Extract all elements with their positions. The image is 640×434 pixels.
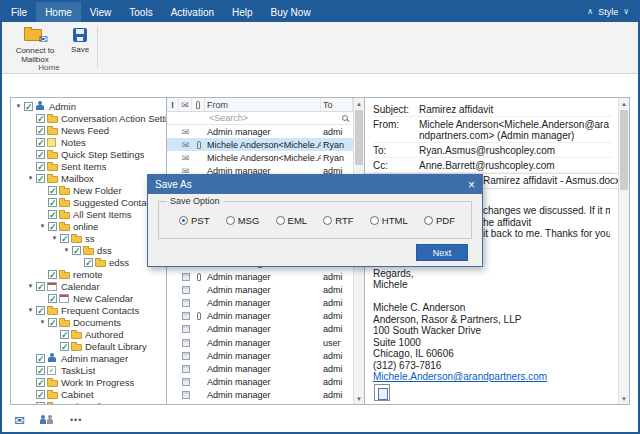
folder-checkbox[interactable]: ✓ — [48, 210, 57, 219]
format-option-html[interactable]: HTML — [370, 215, 408, 226]
collapse-toggle-icon[interactable]: ▼ — [62, 247, 71, 253]
folder-checkbox[interactable]: ✓ — [36, 378, 45, 387]
priority-column-header[interactable]: ! — [167, 98, 179, 111]
collapse-toggle-icon[interactable]: ▼ — [50, 235, 59, 241]
collapse-toggle-icon[interactable]: ▼ — [26, 175, 35, 181]
tree-item[interactable]: ✓Junk Mail — [11, 400, 166, 404]
collapse-ribbon-icon[interactable]: ∧ — [587, 8, 593, 16]
tree-item[interactable]: ✓TaskList — [11, 364, 166, 376]
folder-checkbox[interactable]: ✓ — [60, 234, 69, 243]
folder-checkbox[interactable]: ✓ — [48, 294, 57, 303]
folder-checkbox[interactable]: ✓ — [48, 198, 57, 207]
next-button[interactable]: Next — [416, 244, 468, 261]
folder-checkbox[interactable]: ✓ — [36, 390, 45, 399]
menu-tab-home[interactable]: Home — [36, 2, 81, 22]
menu-tab-activation[interactable]: Activation — [162, 2, 223, 22]
folder-checkbox[interactable]: ✓ — [48, 318, 57, 327]
from-column-header[interactable]: From — [205, 98, 321, 111]
folder-checkbox[interactable]: ✓ — [60, 330, 69, 339]
collapse-toggle-icon[interactable]: ▼ — [14, 103, 23, 109]
tree-item[interactable]: ✓New Calendar — [11, 292, 166, 304]
folder-checkbox[interactable]: ✓ — [36, 150, 45, 159]
collapse-toggle-icon[interactable]: ▼ — [26, 307, 35, 313]
preview-scrollbar[interactable]: ▲ ▼ — [618, 98, 629, 404]
folder-checkbox[interactable]: ✓ — [36, 282, 45, 291]
tree-item[interactable]: ✓Cabinet — [11, 388, 166, 400]
folder-checkbox[interactable]: ✓ — [48, 222, 57, 231]
folder-checkbox[interactable]: ✓ — [36, 126, 45, 135]
attachment-doc-icon[interactable] — [374, 384, 390, 401]
format-option-msg[interactable]: MSG — [226, 215, 260, 226]
folder-checkbox[interactable]: ✓ — [48, 186, 57, 195]
tree-item[interactable]: ▼✓Frequent Contacts — [11, 304, 166, 316]
scroll-up-icon[interactable]: ▲ — [619, 98, 629, 109]
format-option-pdf[interactable]: PDF — [424, 215, 455, 226]
message-row[interactable]: ✉Michele Anderson<Michele.An...Ryan — [167, 138, 353, 151]
tree-item[interactable]: ✓News Feed — [11, 124, 166, 136]
close-icon[interactable]: × — [468, 179, 475, 191]
tree-item[interactable]: ✓All Sent Items — [11, 208, 166, 220]
tree-item[interactable]: ▼✓online — [11, 220, 166, 232]
message-row[interactable]: Admin manageradmi — [167, 296, 353, 309]
style-control[interactable]: ∧ Style ∨ — [587, 2, 638, 22]
format-option-rtf[interactable]: RTF — [323, 215, 353, 226]
message-row[interactable]: Admin manageradmi — [167, 376, 353, 389]
attachment-column-header[interactable] — [192, 98, 205, 111]
icon-column-header[interactable]: ✉ — [179, 98, 192, 111]
folder-checkbox[interactable]: ✓ — [36, 306, 45, 315]
search-icon[interactable] — [342, 115, 348, 121]
folder-checkbox[interactable]: ✓ — [36, 366, 45, 375]
message-row[interactable]: Admin manageradmi — [167, 270, 353, 283]
tree-item[interactable]: ✓Work In Progress — [11, 376, 166, 388]
message-row[interactable]: Admin manageradmi — [167, 283, 353, 296]
message-row[interactable]: ✉Admin manageradmi — [167, 125, 353, 138]
menu-tab-tools[interactable]: Tools — [120, 2, 161, 22]
tree-item[interactable]: ✓Suggested Contacts — [11, 196, 166, 208]
menu-tab-help[interactable]: Help — [223, 2, 262, 22]
menu-tab-file[interactable]: File — [2, 2, 36, 22]
save-button[interactable]: Save — [64, 25, 96, 54]
tree-item[interactable]: ✓edss — [11, 256, 166, 268]
folder-checkbox[interactable]: ✓ — [24, 102, 33, 111]
collapse-toggle-icon[interactable]: ▼ — [38, 223, 47, 229]
tree-item[interactable]: ✓Quick Step Settings — [11, 148, 166, 160]
folder-checkbox[interactable]: ✓ — [36, 138, 45, 147]
scroll-down-icon[interactable]: ▼ — [354, 393, 364, 404]
dialog-titlebar[interactable]: Save As × — [148, 175, 482, 194]
message-row[interactable]: Admin manageradmi — [167, 362, 353, 375]
message-row[interactable]: Admin manageruser — [167, 336, 353, 349]
tree-item[interactable]: ▼✓ss — [11, 232, 166, 244]
folder-checkbox[interactable]: ✓ — [36, 114, 45, 123]
message-row[interactable]: Admin manageradmi — [167, 323, 353, 336]
format-option-eml[interactable]: EML — [276, 215, 308, 226]
message-row[interactable]: Admin manageradmi — [167, 389, 353, 402]
collapse-toggle-icon[interactable]: ▼ — [38, 319, 47, 325]
style-dropdown-icon[interactable]: ∨ — [623, 8, 629, 16]
connect-to-mailbox-button[interactable]: ✉ Connect to Mailbox — [8, 25, 62, 64]
tree-item[interactable]: ▼✓Admin — [11, 100, 166, 112]
folder-checkbox[interactable]: ✓ — [60, 342, 69, 351]
scroll-down-icon[interactable]: ▼ — [619, 393, 629, 404]
scrollbar-thumb[interactable] — [355, 110, 363, 165]
scroll-up-icon[interactable]: ▲ — [354, 98, 364, 109]
folder-checkbox[interactable]: ✓ — [48, 270, 57, 279]
tree-item[interactable]: ✓Notes — [11, 136, 166, 148]
scrollbar-thumb[interactable] — [620, 110, 628, 190]
message-row[interactable]: Admin manageradmi — [167, 349, 353, 362]
search-input[interactable]: <Search> — [205, 113, 353, 123]
tree-item[interactable]: ✓Default Library — [11, 340, 166, 352]
more-status-icon[interactable]: ••• — [70, 415, 82, 425]
folder-checkbox[interactable]: ✓ — [36, 162, 45, 171]
style-label[interactable]: Style — [598, 7, 618, 17]
menu-tab-view[interactable]: View — [81, 2, 121, 22]
tree-item[interactable]: ✓Admin manager — [11, 352, 166, 364]
search-row[interactable]: <Search> — [167, 112, 353, 125]
tree-item[interactable]: ▼✓Calendar — [11, 280, 166, 292]
tree-item[interactable]: ▼✓dss — [11, 244, 166, 256]
email-link[interactable]: Michele.Anderson@arandpartners.com — [373, 371, 547, 382]
tree-item[interactable]: ✓Authored — [11, 328, 166, 340]
mail-status-icon[interactable]: ✉ — [14, 414, 25, 427]
folder-checkbox[interactable]: ✓ — [36, 354, 45, 363]
folder-checkbox[interactable]: ✓ — [72, 246, 81, 255]
collapse-toggle-icon[interactable]: ▼ — [26, 283, 35, 289]
